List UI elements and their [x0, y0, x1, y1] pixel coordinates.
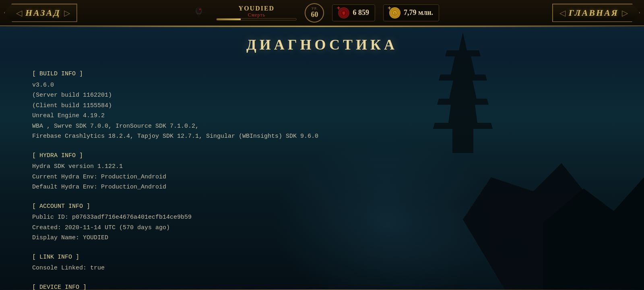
- link-info-header: [ LINK INFO ]: [32, 252, 612, 263]
- gold-resource: $ 7,79 млн.: [383, 4, 439, 21]
- arrow-right-2-icon: ▷: [622, 8, 628, 18]
- diagnostics-text: [ BUILD INFO ] v3.6.0 (Server build 1162…: [0, 59, 644, 290]
- xp-bar: [216, 18, 297, 21]
- health-icon: [338, 7, 349, 19]
- gap-2: [32, 193, 612, 196]
- svg-text:$: $: [394, 12, 396, 15]
- build-info-header: [ BUILD INFO ]: [32, 69, 612, 79]
- arrow-right-icon: ▷: [64, 8, 70, 18]
- build-version: v3.6.0: [32, 80, 612, 91]
- home-label: ГЛАВНАЯ: [569, 8, 619, 18]
- character-section: YOUDIED Смерть: [216, 5, 297, 21]
- hydra-default-env: Default Hydra Env: Production_Android: [32, 182, 612, 193]
- bird-icon: [190, 4, 208, 22]
- gold-line-top: [0, 26, 644, 27]
- top-center: YOUDIED Смерть УР. 60 6 859: [77, 3, 552, 23]
- gold-icon: $: [389, 7, 400, 19]
- character-status: Смерть: [248, 12, 265, 18]
- character-name: YOUDIED: [239, 5, 275, 12]
- svg-point-2: [199, 8, 201, 10]
- arrow-left-2-icon: ◁: [559, 8, 566, 18]
- back-button[interactable]: ◁ НАЗАД ▷: [4, 4, 77, 22]
- gold-value: 7,79 млн.: [404, 8, 433, 17]
- top-bar: ◁ НАЗАД ▷ YOUDIED Смерть УР.: [0, 0, 644, 26]
- client-build: (Client build 1155584): [32, 101, 612, 111]
- account-display-name: Display Name: YOUDIED: [32, 233, 612, 243]
- level-label: УР.: [312, 6, 318, 10]
- unreal-engine: Unreal Engine 4.19.2: [32, 111, 612, 121]
- health-resource: 6 859: [332, 4, 375, 21]
- home-button[interactable]: ◁ ГЛАВНАЯ ▷: [552, 4, 640, 22]
- arrow-left-icon: ◁: [16, 8, 22, 18]
- server-build: (Server build 1162201): [32, 90, 612, 101]
- main-content: ДИАГНОСТИКА [ BUILD INFO ] v3.6.0 (Serve…: [0, 28, 644, 290]
- sdk-line2: Firebase Crashlytics 18.2.4, Tapjoy SDK …: [32, 131, 612, 142]
- account-created: Created: 2020-11-14 UTC (570 days ago): [32, 223, 612, 233]
- hydra-sdk-version: Hydra SDK version 1.122.1: [32, 162, 612, 172]
- xp-fill: [217, 19, 240, 20]
- gap-4: [32, 273, 612, 277]
- health-value: 6 859: [353, 8, 369, 17]
- link-console-linked: Console Linked: true: [32, 263, 612, 273]
- gap-3: [32, 243, 612, 246]
- account-info-header: [ ACCOUNT INFO ]: [32, 201, 612, 212]
- hydra-info-header: [ HYDRA INFO ]: [32, 151, 612, 161]
- back-label: НАЗАД: [25, 8, 61, 18]
- level-number: 60: [311, 10, 318, 19]
- level-badge: УР. 60: [305, 3, 324, 23]
- svg-point-1: [196, 7, 201, 13]
- gap-1: [32, 142, 612, 145]
- hydra-current-env: Current Hydra Env: Production_Android: [32, 172, 612, 182]
- account-public-id: Public ID: p07633adf716e4676a401ecfb14ce…: [32, 212, 612, 223]
- page-title: ДИАГНОСТИКА: [0, 28, 644, 59]
- device-info-header: [ DEVICE INFO ]: [32, 282, 612, 290]
- sdk-line1: WBA , Swrve SDK 7.0.0, IronSource SDK 7.…: [32, 121, 612, 132]
